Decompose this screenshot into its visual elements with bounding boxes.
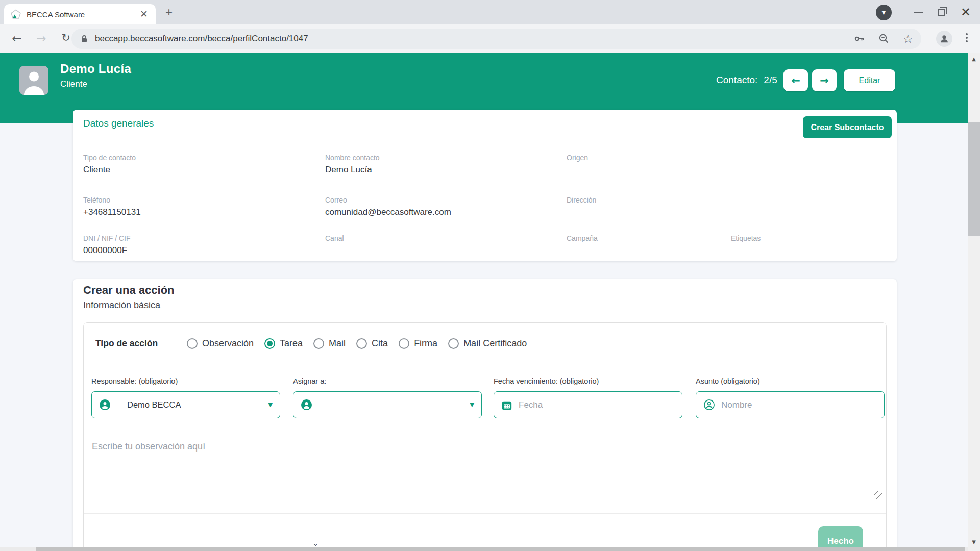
bookmark-star-icon[interactable]: ☆	[902, 33, 913, 44]
fecha-label: Fecha vencimiento: (obligatorio)	[494, 377, 682, 385]
radio-cita[interactable]: Cita	[356, 338, 388, 349]
radio-firma[interactable]: Firma	[399, 338, 437, 349]
asignar-label: Asignar a:	[293, 377, 482, 385]
field-value: 00000000F	[83, 245, 325, 256]
horizontal-scrollbar[interactable]	[0, 547, 968, 551]
radio-tarea[interactable]: Tarea	[264, 338, 303, 349]
contact-counter-value: 2/5	[764, 74, 777, 85]
edit-button[interactable]: Editar	[844, 69, 895, 91]
field-label: Canal	[325, 234, 567, 242]
browser-toolbar: ← → ↻ beccapp.beccasoftware.com/becca/pe…	[0, 24, 980, 53]
field-value	[567, 207, 731, 217]
tab-strip: BECCA Software ✕ + ▼ ✕	[0, 0, 980, 24]
password-key-icon[interactable]	[853, 33, 866, 45]
responsable-select[interactable]: Demo BECCA ▼	[91, 391, 280, 418]
radio-icon[interactable]	[448, 338, 459, 349]
new-tab-button[interactable]: +	[161, 5, 177, 20]
scroll-up-icon[interactable]: ▲	[968, 56, 980, 62]
field-value: Cliente	[83, 165, 325, 175]
scroll-down-icon[interactable]: ▼	[968, 539, 980, 545]
browser-control-icon[interactable]: ▼	[876, 5, 892, 20]
field-correo: Correo comunidad@beccasoftware.com	[325, 196, 567, 223]
previous-contact-button[interactable]: ←	[783, 69, 808, 91]
radio-label: Tarea	[280, 338, 303, 349]
general-data-card: Datos generales Crear Subcontacto Tipo d…	[73, 110, 897, 261]
back-icon[interactable]: ←	[9, 32, 24, 45]
responsable-value: Demo BECCA	[127, 400, 181, 410]
lock-icon[interactable]	[80, 34, 89, 43]
radio-icon[interactable]	[399, 338, 409, 349]
person-circle-icon	[301, 399, 312, 411]
field-telefono: Teléfono +34681150131	[83, 196, 325, 223]
field-label: Tipo de contacto	[83, 154, 325, 162]
vertical-scrollbar[interactable]: ▲ ▼	[968, 53, 980, 551]
radio-mail[interactable]: Mail	[313, 338, 346, 349]
forward-icon[interactable]: →	[34, 32, 49, 45]
action-footer: Hecho	[84, 514, 886, 551]
field-etiquetas: Etiquetas	[731, 234, 897, 261]
fecha-input-box[interactable]	[494, 391, 682, 418]
field-value	[567, 165, 731, 175]
close-icon[interactable]: ✕	[961, 7, 971, 17]
resize-handle[interactable]	[874, 491, 882, 499]
person-circle-icon	[99, 399, 111, 411]
tab-close-icon[interactable]: ✕	[138, 9, 150, 20]
radio-icon[interactable]	[313, 338, 324, 349]
field-value: Demo Lucía	[325, 165, 567, 175]
contact-avatar	[19, 66, 48, 95]
field-direccion: Dirección	[567, 196, 731, 223]
contact-type: Cliente	[60, 79, 87, 89]
observation-textarea[interactable]	[84, 427, 886, 513]
zoom-icon[interactable]	[878, 33, 890, 45]
field-nombre-contacto: Nombre contacto Demo Lucía	[325, 154, 567, 185]
address-bar[interactable]: beccapp.beccasoftware.com/becca/perfilCo…	[71, 29, 921, 49]
profile-avatar-icon[interactable]	[936, 31, 952, 47]
asunto-label: Asunto (obligatorio)	[696, 377, 885, 385]
radio-label: Mail	[329, 338, 346, 349]
horizontal-scrollbar-thumb[interactable]	[36, 547, 965, 551]
general-row: Teléfono +34681150131 Correo comunidad@b…	[73, 185, 897, 223]
field-label: DNI / NIF / CIF	[83, 234, 325, 242]
action-type-row: Tipo de acción Observación Tarea Mail	[84, 323, 886, 364]
general-row: DNI / NIF / CIF 00000000F Canal Campaña …	[73, 223, 897, 261]
radio-label: Observación	[202, 338, 254, 349]
menu-dots-icon[interactable]	[966, 33, 968, 42]
create-action-title: Crear una acción	[83, 284, 175, 297]
asignar-select[interactable]: ▼	[293, 391, 482, 418]
radio-icon[interactable]	[264, 338, 275, 349]
field-label: Etiquetas	[731, 234, 897, 242]
asunto-input[interactable]	[721, 400, 859, 410]
field-value	[731, 245, 897, 256]
field-origen: Origen	[567, 154, 731, 185]
radio-icon[interactable]	[356, 338, 367, 349]
vertical-scrollbar-thumb[interactable]	[968, 122, 980, 236]
field-value: +34681150131	[83, 207, 325, 217]
field-canal: Canal	[325, 234, 567, 261]
field-tipo-contacto: Tipo de contacto Cliente	[83, 154, 325, 185]
next-contact-button[interactable]: →	[812, 69, 837, 91]
field-value	[325, 245, 567, 256]
browser-tab[interactable]: BECCA Software ✕	[4, 4, 156, 24]
radio-label: Cita	[372, 338, 388, 349]
caret-down-icon[interactable]: ▼	[268, 402, 273, 408]
asunto-input-box[interactable]	[696, 391, 885, 418]
page-content: Demo Lucía Cliente Contacto:2/5 ← → Edit…	[0, 53, 980, 551]
radio-observacion[interactable]: Observación	[187, 338, 254, 349]
general-row: Tipo de contacto Cliente Nombre contacto…	[73, 143, 897, 185]
radio-icon[interactable]	[187, 338, 198, 349]
radio-label: Mail Certificado	[463, 338, 527, 349]
radio-mail-certificado[interactable]: Mail Certificado	[448, 338, 527, 349]
create-action-subtitle: Información básica	[83, 300, 160, 311]
field-value: comunidad@beccasoftware.com	[325, 207, 567, 217]
restore-icon[interactable]	[938, 9, 945, 16]
person-outline-icon	[703, 399, 715, 411]
caret-down-icon[interactable]: ▼	[470, 402, 474, 408]
minimize-icon[interactable]	[914, 12, 923, 13]
create-subcontact-button[interactable]: Crear Subcontacto	[803, 116, 892, 138]
action-form: Tipo de acción Observación Tarea Mail	[83, 322, 887, 551]
fecha-input[interactable]	[519, 400, 656, 410]
tab-title: BECCA Software	[27, 10, 138, 19]
action-fields-row: Responsable: (obligatorio) Demo BECCA	[84, 364, 886, 427]
field-label: Origen	[567, 154, 731, 162]
url-text: beccapp.beccasoftware.com/becca/perfilCo…	[95, 34, 853, 44]
